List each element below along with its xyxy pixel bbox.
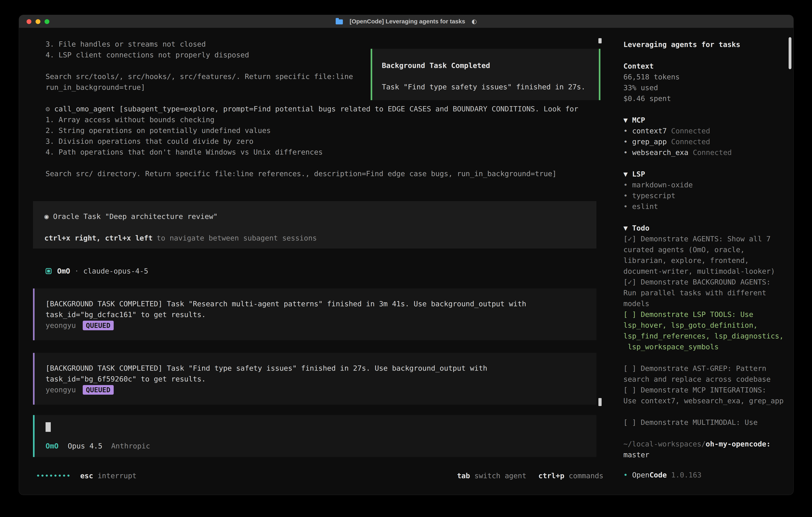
sidebar-blank-line [624, 212, 785, 223]
mcp-item-status: Connected [693, 148, 732, 157]
message-author: yeongyu [46, 384, 76, 395]
todo-item-line: [ ] Demonstrate LSP TOOLS: Use [624, 309, 785, 320]
todo-section-header[interactable]: ▼Todo [624, 223, 785, 234]
oracle-blank-line [45, 222, 597, 233]
input-model-label[interactable]: Opus 4.5 [68, 441, 102, 452]
scrollbar-thumb[interactable] [599, 38, 602, 44]
minimize-window-button[interactable] [35, 19, 40, 24]
statusbar-right: tabswitch agentctrl+pcommands [457, 470, 603, 481]
chevron-down-icon: ▼ [624, 116, 628, 124]
app-version: 1.0.163 [671, 471, 701, 479]
agent-name: OmO [57, 266, 70, 276]
input-agent-label[interactable]: OmO [46, 441, 59, 452]
lsp-item: •typescript [624, 190, 785, 201]
prompt-input[interactable]: OmOOpus 4.5Anthropic [33, 415, 597, 457]
oracle-hint-text: to navigate between subagent sessions [157, 234, 317, 242]
tool-call-text: call_omo_agent [subagent_type=explore, p… [54, 105, 578, 113]
queued-status-badge: QUEUED [83, 385, 114, 394]
terminal-blank-line [19, 158, 606, 168]
context-tokens: 66,518 tokens [624, 72, 785, 82]
close-window-button[interactable] [27, 19, 31, 24]
background-task-toast[interactable]: Background Task Completed Task "Find typ… [371, 49, 601, 100]
mcp-item-name: websearch_exa [632, 148, 689, 157]
chat-message[interactable]: [BACKGROUND TASK COMPLETED] Task "Resear… [33, 289, 597, 340]
lsp-item: •markdown-oxide [624, 180, 785, 190]
chevron-down-icon: ▼ [624, 170, 628, 178]
tool-call-prompt-line: 4. Path operations that don't handle Win… [19, 147, 606, 158]
ctrl-p-key-label: commands [569, 470, 603, 481]
mcp-item: •websearch_exaConnected [624, 147, 785, 158]
todo-item-line: [ ] Demonstrate MULTIMODAL: Use [624, 417, 785, 428]
todo-item-line: [ ] Demonstrate MCP INTEGRATIONS: [624, 385, 785, 396]
bullet-icon: • [624, 148, 628, 157]
message-author: yeongyu [46, 320, 76, 331]
oracle-task-title-row: ◉Oracle Task "Deep architecture review" [45, 211, 597, 222]
folder-icon [336, 19, 343, 24]
oracle-task-icon: ◉ [45, 212, 49, 220]
window-title-text: [OpenCode] Leveraging agents for tasks [350, 19, 465, 24]
input-meta-row: OmOOpus 4.5Anthropic [46, 441, 597, 452]
statusbar: ••••••••escinterrupt tabswitch agentctrl… [36, 470, 603, 481]
sidebar-blank-line [624, 428, 785, 439]
sidebar-blank-line [624, 104, 785, 115]
session-title: Leveraging agents for tasks [624, 39, 785, 50]
chat-message[interactable]: [BACKGROUND TASK COMPLETED] Task "Find t… [33, 353, 597, 405]
esc-key-hint: esc [80, 470, 93, 481]
bullet-icon: • [624, 127, 628, 135]
message-text-line: [BACKGROUND TASK COMPLETED] Task "Find t… [46, 363, 597, 374]
app-version-footer: •OpenCode1.0.163 [624, 470, 701, 481]
workspace-path-prefix: ~/local-workspaces/ [624, 440, 706, 448]
lsp-header-label: LSP [632, 170, 645, 178]
scrollbar-thumb[interactable] [789, 37, 791, 69]
todo-item-line: models [624, 298, 785, 309]
titlebar: [OpenCode] Leveraging agents for tasks◐ [19, 15, 793, 28]
oracle-task-title: Oracle Task "Deep architecture review" [53, 212, 218, 220]
input-provider-label: Anthropic [111, 441, 150, 452]
sidebar-blank-line [624, 352, 785, 363]
toast-body: Task "Find type safety issues" finished … [382, 82, 589, 92]
chat-main-area: 3. File handles or streams not closed 4.… [19, 28, 606, 495]
message-text-line: [BACKGROUND TASK COMPLETED] Task "Resear… [46, 298, 597, 309]
lsp-item-name: eslint [632, 202, 658, 211]
todo-item-line: [✓] Demonstrate AGENTS: Show all 7 [624, 234, 785, 244]
todo-item-line: lsp_workspace_symbols [624, 342, 785, 352]
sidebar-blank-line [624, 406, 785, 417]
context-spent: $0.46 spent [624, 93, 785, 104]
oracle-hint-keys: ctrl+x right, ctrl+x left [45, 234, 153, 242]
context-section-header: Context [624, 61, 785, 72]
todo-item-line: lsp_find_references, lsp_diagnostics, [624, 331, 785, 342]
input-spacer [46, 432, 597, 441]
app-name-open: Open [632, 471, 649, 479]
mcp-section-header[interactable]: ▼MCP [624, 115, 785, 126]
oracle-task-panel[interactable]: ◉Oracle Task "Deep architecture review" … [33, 201, 597, 248]
tool-call-prompt-line: 3. Division operations that could divide… [19, 136, 606, 147]
workspace-branch: master [624, 450, 785, 460]
toast-title: Background Task Completed [382, 60, 589, 71]
message-meta-row: yeongyuQUEUED [46, 384, 597, 395]
gear-icon: ⚙ [46, 105, 50, 113]
scrollbar-thumb[interactable] [599, 398, 602, 406]
screen: [OpenCode] Leveraging agents for tasks◐ … [0, 0, 812, 517]
app-name-code: Code [649, 471, 667, 479]
lsp-section-header[interactable]: ▼LSP [624, 169, 785, 180]
toast-spacer [382, 71, 589, 82]
tool-call-prompt-line: Search src/ directory. Return specific f… [19, 168, 606, 179]
context-used: 33% used [624, 82, 785, 93]
bullet-icon: • [624, 181, 628, 189]
mcp-item-name: grep_app [632, 138, 667, 146]
todo-item-line: librarian, explore, frontend, [624, 255, 785, 266]
traffic-lights [27, 19, 49, 24]
todo-item-line: [✓] Demonstrate BACKGROUND AGENTS: [624, 277, 785, 288]
mcp-item: •context7Connected [624, 126, 785, 136]
todo-item-line: Run parallel tasks with different [624, 288, 785, 298]
todo-item-line: document-writer, multimodal-looker) [624, 266, 785, 277]
workspace-repo-name: oh-my-opencode: [706, 440, 771, 448]
agent-model: claude-opus-4-5 [83, 266, 148, 276]
sidebar-blank-line [624, 50, 785, 61]
tool-call-prompt-line: 1. Array access without bounds checking [19, 114, 606, 125]
todo-item-line: Use context7, websearch_exa, grep_app [624, 396, 785, 406]
zoom-window-button[interactable] [45, 19, 49, 24]
terminal-window: [OpenCode] Leveraging agents for tasks◐ … [19, 15, 793, 495]
spinner-dots-icon: •••••••• [36, 470, 70, 481]
todo-header-label: Todo [632, 224, 649, 232]
